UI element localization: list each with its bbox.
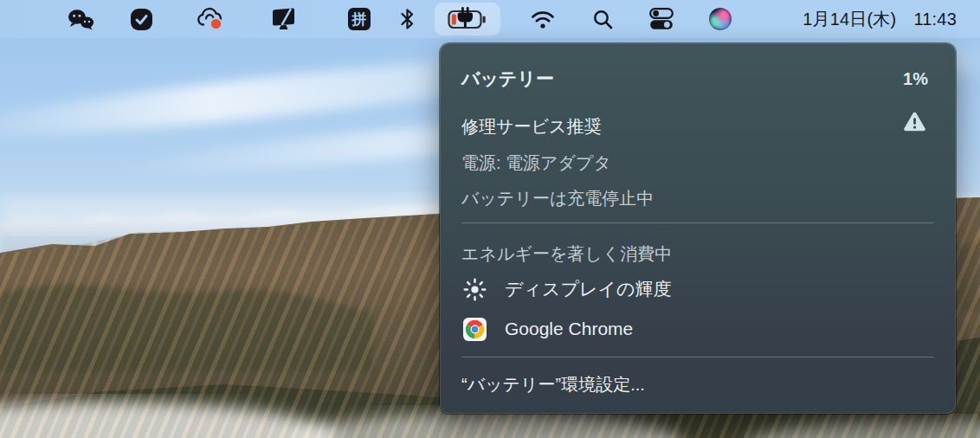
warning-triangle-icon xyxy=(903,111,926,139)
power-source-status: 電源: 電源アダプタ xyxy=(461,150,928,176)
battery-menu-title-row: バッテリー 1% xyxy=(461,66,928,92)
menu-item-display-brightness[interactable]: ディスプレイの輝度 xyxy=(461,276,928,302)
menu-separator xyxy=(461,222,934,223)
menubar-clock[interactable]: 1月14日(木) 11:43 xyxy=(803,0,957,38)
clock-date: 1月14日(木) xyxy=(803,8,896,31)
display-icon[interactable] xyxy=(269,0,297,38)
battery-level: 1% xyxy=(903,66,928,92)
display-brightness-label: ディスプレイの輝度 xyxy=(505,276,671,302)
service-warning-label: 修理サービス推奨 xyxy=(461,117,601,136)
menu-bar: 拼 xyxy=(0,0,980,38)
battery-plug-icon[interactable] xyxy=(448,0,487,38)
cloud-sync-icon[interactable] xyxy=(195,0,224,38)
menu-separator xyxy=(461,357,934,357)
pinyin-glyph: 拼 xyxy=(351,11,366,28)
siri-icon[interactable] xyxy=(708,0,732,38)
energy-section-header: エネルギーを著しく消費中 xyxy=(461,241,928,267)
menu-item-service-recommended[interactable]: 修理サービス推奨 xyxy=(461,113,928,139)
google-chrome-label: Google Chrome xyxy=(505,316,633,342)
wifi-icon[interactable] xyxy=(529,0,556,38)
control-center-icon[interactable] xyxy=(648,0,674,38)
pinyin-input-icon[interactable]: 拼 xyxy=(346,0,371,38)
search-icon[interactable] xyxy=(591,0,614,38)
battery-menu-panel: バッテリー 1% 修理サービス推奨 電源: 電源アダプタ バッテリーは充電停止中… xyxy=(440,43,956,414)
bluetooth-icon[interactable] xyxy=(396,0,418,38)
wechat-icon[interactable] xyxy=(66,0,97,38)
clock-time: 11:43 xyxy=(913,10,957,29)
charging-status: バッテリーは充電停止中 xyxy=(461,185,928,211)
checkmark-app-icon[interactable] xyxy=(129,0,153,38)
battery-menu-title: バッテリー xyxy=(461,68,554,88)
chrome-icon xyxy=(463,318,487,341)
menu-item-google-chrome[interactable]: Google Chrome xyxy=(461,316,928,342)
brightness-icon xyxy=(463,278,487,301)
menu-item-battery-preferences[interactable]: “バッテリー”環境設定... xyxy=(461,371,928,397)
